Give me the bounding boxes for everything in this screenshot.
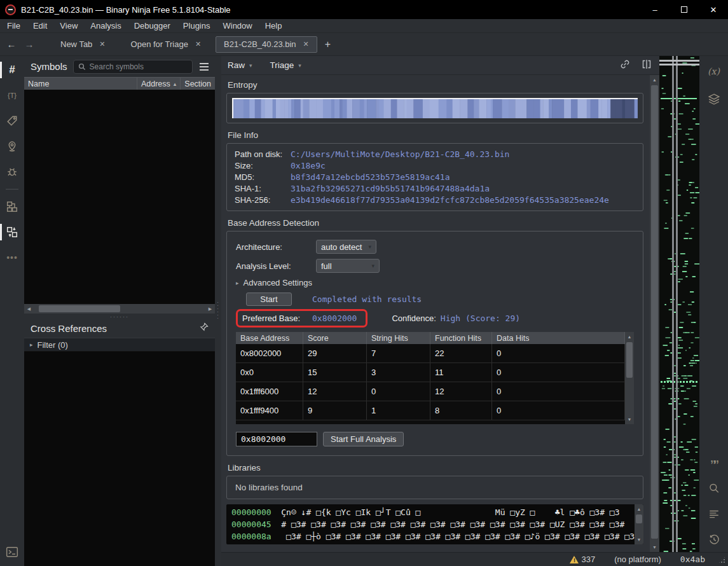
sidebar-memory-map-icon[interactable] [0,136,24,156]
scrollbar-thumb[interactable] [636,514,642,523]
tab-open-for-triage[interactable]: Open for Triage ✕ [123,36,210,53]
scroll-up-icon[interactable]: ▲ [650,75,659,85]
scrollbar-thumb[interactable] [651,85,658,539]
base-detection-section-title: Base Address Detection [228,218,642,228]
sidebar-more-icon[interactable]: ••• [0,247,24,268]
resize-grip[interactable] [718,556,726,564]
symbols-menu-icon[interactable] [198,62,210,72]
symbols-list-empty[interactable] [24,90,215,304]
start-full-analysis-button[interactable]: Start Full Analysis [323,432,404,446]
scroll-down-icon[interactable]: ▼ [635,535,644,544]
symbols-column-name[interactable]: Name [24,78,137,90]
menu-window[interactable]: Window [216,21,258,31]
column-base-address[interactable]: Base Address [236,332,303,344]
menu-bar: File Edit View Analysis Debugger Plugins… [0,19,728,33]
table-row[interactable]: 0x0 15 3 11 0 [236,363,625,382]
sidebar-mini-graph-icon[interactable] [0,197,24,217]
symbols-search-box[interactable] [73,60,193,74]
stack-layers-icon[interactable] [699,89,728,109]
tab-b21-c2b-bin[interactable]: B21-C2B_40.23.bin ✕ [216,36,317,53]
scrollbar-thumb[interactable] [39,305,120,312]
vertical-splitter-handle[interactable]: ······ [215,56,221,566]
chevron-down-icon: ▾ [368,244,371,250]
close-button[interactable]: ✕ [699,0,728,19]
hex-row: 00000000 Çn☺ ↓# □{k □Yc □Ik □┘T □Cû □ Mü… [231,506,629,518]
symbols-column-address[interactable]: Address ▴ [137,78,181,90]
column-score[interactable]: Score [303,332,367,344]
menu-file[interactable]: File [1,21,27,31]
view-mode-dropdown[interactable]: Raw ▾ [228,60,252,70]
maximize-button[interactable] [670,0,699,19]
scroll-down-icon[interactable]: ▼ [625,415,635,424]
hex-preview[interactable]: 00000000 Çn☺ ↓# □{k □Yc □Ik □┘T □Cû □ Mü… [226,504,643,544]
detection-status-text: Completed with results [312,294,422,304]
sidebar-cross-references-icon[interactable] [0,222,24,242]
tab-close-icon[interactable]: ✕ [303,40,309,48]
hex-scrollbar[interactable]: ▲ ▼ [635,504,643,544]
table-row-partial [236,420,625,424]
symbols-horizontal-scrollbar[interactable]: ◀ ▶ [24,304,215,314]
scroll-left-icon[interactable]: ◀ [24,304,34,314]
sidebar-tags-icon[interactable] [0,111,24,131]
console-icon[interactable] [0,542,24,562]
sidebar-types-icon[interactable]: {T} [0,85,24,106]
table-row[interactable]: 0x1fff6000 12 0 12 0 [236,382,625,401]
analysis-level-dropdown[interactable]: full ▾ [316,259,380,273]
tab-close-icon[interactable]: ✕ [99,40,105,48]
rebase-address-input[interactable] [236,432,317,446]
nav-back-button[interactable]: ← [3,39,20,50]
scroll-up-icon[interactable]: ▲ [625,332,635,342]
menu-debugger[interactable]: Debugger [128,21,177,31]
entropy-section-title: Entropy [228,80,642,90]
byte-overview-minimap[interactable] [659,56,699,552]
scroll-down-icon[interactable]: ▼ [650,542,659,552]
cross-references-filter-toggle[interactable]: ▸ Filter (0) [24,338,215,352]
menu-help[interactable]: Help [259,21,289,31]
advanced-settings-toggle[interactable]: ▸ Advanced Settings [236,278,634,287]
log-icon[interactable] [699,504,728,524]
warning-count[interactable]: 337 [570,555,595,564]
architecture-dropdown[interactable]: auto detect ▾ [316,240,376,254]
menu-plugins[interactable]: Plugins [177,21,217,31]
column-function-hits[interactable]: Function Hits [430,332,492,344]
table-row[interactable]: 0x1fff9400 9 1 8 0 [236,401,625,420]
minimize-button[interactable]: – [640,0,670,19]
tab-new-tab[interactable]: New Tab ✕ [52,36,114,53]
start-button[interactable]: Start [246,293,292,306]
split-view-icon[interactable] [642,59,652,71]
symbols-search-input[interactable] [90,62,188,71]
status-bar: 337 (no platform) 0x4ab [221,552,728,566]
sidebar-debugger-icon[interactable] [0,162,24,182]
cross-references-list-empty[interactable] [24,352,215,566]
sidebar-symbols-icon[interactable]: # [0,60,24,80]
nav-forward-button[interactable]: → [20,39,38,50]
symbols-header: Symbols [24,56,215,77]
tab-bar: ← → New Tab ✕ Open for Triage ✕ B21-C2B_… [0,33,728,56]
symbols-column-section[interactable]: Section [181,78,215,90]
scroll-right-icon[interactable]: ▶ [205,304,215,314]
sync-link-icon[interactable] [620,59,630,71]
variables-icon[interactable]: (x) [699,61,728,81]
path-label: Path on disk: [235,149,291,159]
analysis-level-label: Analysis Level: [236,261,316,271]
tab-close-icon[interactable]: ✕ [195,40,201,48]
find-icon[interactable] [699,478,728,499]
size-label: Size: [235,161,291,170]
scrollbar-thumb[interactable] [626,342,633,378]
menu-edit[interactable]: Edit [27,21,53,31]
new-tab-button[interactable]: + [325,39,331,50]
menu-view[interactable]: View [53,21,84,31]
column-string-hits[interactable]: String Hits [367,332,430,344]
panel-splitter-handle[interactable]: ······ [24,314,215,319]
chevron-down-icon: ▾ [298,62,301,69]
layout-mode-dropdown[interactable]: Triage ▾ [270,60,301,70]
history-icon[interactable] [699,529,728,549]
strings-icon[interactable]: ”” [699,453,728,473]
scroll-up-icon[interactable]: ▲ [635,504,644,514]
pin-icon[interactable] [199,322,209,335]
menu-analysis[interactable]: Analysis [84,21,127,31]
base-table-scrollbar[interactable]: ▲ ▼ [625,332,634,424]
column-data-hits[interactable]: Data Hits [492,332,625,344]
main-vertical-scrollbar[interactable]: ▲ ▼ [650,75,659,552]
table-row[interactable]: 0x8002000 29 7 22 0 [236,344,625,363]
